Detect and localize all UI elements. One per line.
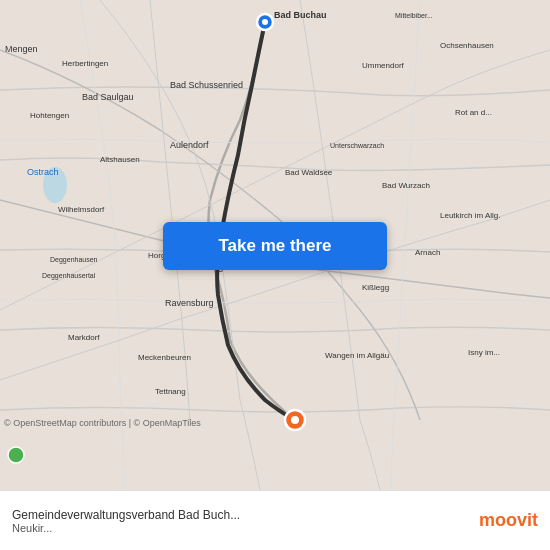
svg-text:Arnach: Arnach bbox=[415, 248, 440, 257]
svg-text:Markdorf: Markdorf bbox=[68, 333, 100, 342]
map-attribution: © OpenStreetMap contributors | © OpenMap… bbox=[4, 418, 201, 428]
svg-text:Ravensburg: Ravensburg bbox=[165, 298, 214, 308]
map-container: Mengen Herbertingen Bad Saulgau Bad Schu… bbox=[0, 0, 550, 490]
svg-text:Mengen: Mengen bbox=[5, 44, 38, 54]
route-info: Gemeindeverwaltungsverband Bad Buch... N… bbox=[12, 508, 240, 534]
svg-point-35 bbox=[291, 416, 299, 424]
svg-text:Altshausen: Altshausen bbox=[100, 155, 140, 164]
svg-point-36 bbox=[8, 447, 24, 463]
svg-text:Aulendorf: Aulendorf bbox=[170, 140, 209, 150]
svg-text:Ummendorf: Ummendorf bbox=[362, 61, 405, 70]
svg-text:Kißlegg: Kißlegg bbox=[362, 283, 389, 292]
take-me-there-button[interactable]: Take me there bbox=[163, 222, 387, 270]
svg-text:Ostrach: Ostrach bbox=[27, 167, 59, 177]
svg-text:Herbertingen: Herbertingen bbox=[62, 59, 108, 68]
svg-text:Bad Saulgau: Bad Saulgau bbox=[82, 92, 134, 102]
route-destination-label: Neukir... bbox=[12, 522, 240, 534]
moovit-text: moovit bbox=[479, 510, 538, 531]
moovit-logo: moovit bbox=[479, 510, 538, 531]
svg-text:Bad Schussenried: Bad Schussenried bbox=[170, 80, 243, 90]
svg-text:Mittelbiber...: Mittelbiber... bbox=[395, 12, 433, 19]
svg-text:Rot an d...: Rot an d... bbox=[455, 108, 492, 117]
svg-text:Leutkirch im Allg.: Leutkirch im Allg. bbox=[440, 211, 500, 220]
route-origin-label: Gemeindeverwaltungsverband Bad Buch... bbox=[12, 508, 240, 522]
svg-text:Unterschwarzach: Unterschwarzach bbox=[330, 142, 384, 149]
svg-text:Hohtengen: Hohtengen bbox=[30, 111, 69, 120]
svg-point-33 bbox=[262, 19, 268, 25]
bottom-bar: Gemeindeverwaltungsverband Bad Buch... N… bbox=[0, 490, 550, 550]
svg-text:Meckenbeuren: Meckenbeuren bbox=[138, 353, 191, 362]
svg-text:Deggenhausertal: Deggenhausertal bbox=[42, 272, 96, 280]
svg-text:Bad Wurzach: Bad Wurzach bbox=[382, 181, 430, 190]
svg-text:Deggenhausen: Deggenhausen bbox=[50, 256, 98, 264]
svg-text:Isny im...: Isny im... bbox=[468, 348, 500, 357]
svg-text:Wilhelmsdorf: Wilhelmsdorf bbox=[58, 205, 105, 214]
svg-text:Wangen im Allgäu: Wangen im Allgäu bbox=[325, 351, 389, 360]
svg-text:Bad Buchau: Bad Buchau bbox=[274, 10, 327, 20]
svg-text:Bad Waldsee: Bad Waldsee bbox=[285, 168, 333, 177]
svg-text:Ochsenhausen: Ochsenhausen bbox=[440, 41, 494, 50]
svg-text:Tettnang: Tettnang bbox=[155, 387, 186, 396]
